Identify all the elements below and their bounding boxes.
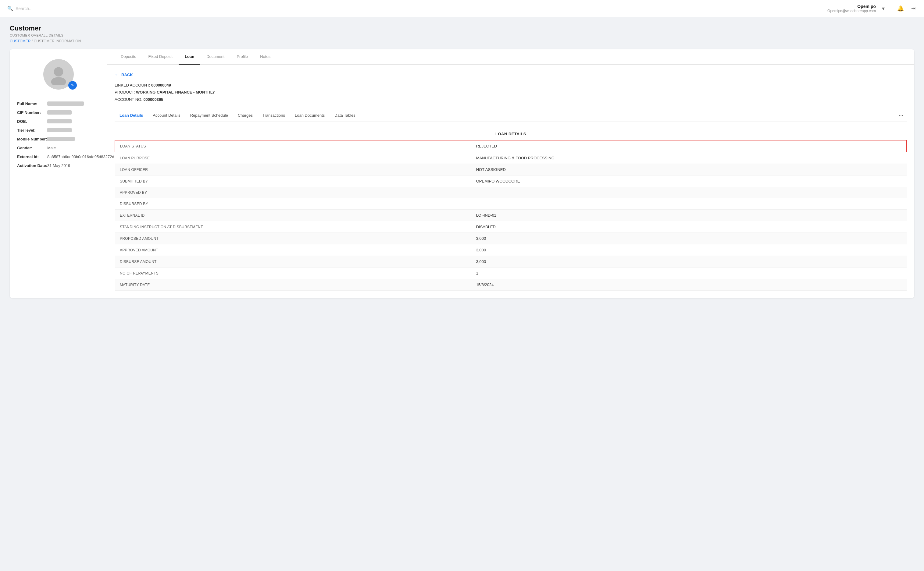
loan-row-value: 3,000 bbox=[471, 233, 907, 244]
loan-table-row: PROPOSED AMOUNT3,000 bbox=[115, 233, 907, 244]
user-dropdown-btn[interactable]: ▾ bbox=[881, 4, 886, 13]
navbar-divider bbox=[891, 4, 891, 13]
loan-row-key: APPROVED BY bbox=[115, 187, 471, 198]
account-no-line: ACCOUNT NO: 000000365 bbox=[114, 96, 907, 103]
linked-account-value: 000000049 bbox=[151, 83, 171, 88]
sub-tabs-more-btn[interactable]: ··· bbox=[895, 109, 907, 122]
notifications-btn[interactable]: 🔔 bbox=[896, 4, 905, 13]
tab-document[interactable]: Document bbox=[200, 49, 230, 65]
info-label: Gender: bbox=[17, 144, 47, 152]
loan-table-row: STANDING INSTRUCTION AT DISBURSEMENTDISA… bbox=[115, 221, 907, 233]
tab-deposits[interactable]: Deposits bbox=[114, 49, 142, 65]
loan-row-key: SUBMITTED BY bbox=[115, 176, 471, 187]
user-info: Opemipo Opemipo@woodcoreapp.com bbox=[827, 4, 876, 13]
info-row: Tier level: bbox=[17, 126, 116, 135]
info-label: CIF Number: bbox=[17, 108, 47, 117]
user-name: Opemipo bbox=[827, 4, 876, 9]
main-layout: ✎ Full Name: CIF Number: DOB: Tier level… bbox=[10, 49, 914, 298]
loan-table-row: LOAN PURPOSEMANUFACTURING & FOOD PROCESS… bbox=[115, 152, 907, 164]
loan-row-key: PROPOSED AMOUNT bbox=[115, 233, 471, 244]
loan-row-value: 15/8/2024 bbox=[471, 279, 907, 291]
customer-info-table: Full Name: CIF Number: DOB: Tier level: … bbox=[17, 99, 116, 170]
info-value bbox=[47, 126, 116, 135]
info-value bbox=[47, 117, 116, 126]
info-row: Activation Date:31 May 2019 bbox=[17, 161, 116, 170]
product-line: PRODUCT: WORKING CAPITAL FINANCE - MONTH… bbox=[114, 89, 907, 96]
loan-info: LINKED ACCOUNT: 000000049 PRODUCT: WORKI… bbox=[114, 82, 907, 103]
sub-tab-repayment-schedule[interactable]: Repayment Schedule bbox=[185, 110, 233, 121]
breadcrumb: CUSTOMER / CUSTOMER INFORMATION bbox=[10, 39, 914, 43]
page-content: Customer CUSTOMER OVERALL DETAILS CUSTOM… bbox=[0, 17, 924, 305]
sub-tab-charges[interactable]: Charges bbox=[233, 110, 258, 121]
content-area: ← BACK LINKED ACCOUNT: 000000049 PRODUCT… bbox=[107, 65, 914, 298]
right-panel: DepositsFixed DepositLoanDocumentProfile… bbox=[107, 49, 914, 298]
logout-icon: ⇥ bbox=[911, 6, 915, 11]
loan-row-key: LOAN OFFICER bbox=[115, 164, 471, 176]
loan-row-key: LOAN STATUS bbox=[115, 140, 471, 152]
loan-row-value bbox=[471, 198, 907, 210]
loan-row-value: DISABLED bbox=[471, 221, 907, 233]
info-row: CIF Number: bbox=[17, 108, 116, 117]
left-panel: ✎ Full Name: CIF Number: DOB: Tier level… bbox=[10, 49, 107, 298]
loan-row-value: OPEMIPO WOODCORE bbox=[471, 176, 907, 187]
back-arrow-icon: ← bbox=[114, 72, 119, 77]
loan-table-row: APPROVED BY bbox=[115, 187, 907, 198]
avatar-edit-btn[interactable]: ✎ bbox=[68, 81, 77, 90]
loan-row-key: EXTERNAL ID bbox=[115, 210, 471, 221]
page-title: Customer bbox=[10, 25, 914, 32]
tab-loan[interactable]: Loan bbox=[179, 49, 200, 65]
info-label: Mobile Number: bbox=[17, 135, 47, 144]
info-label: External Id: bbox=[17, 152, 47, 161]
breadcrumb-current: CUSTOMER INFORMATION bbox=[34, 39, 81, 43]
breadcrumb-home[interactable]: CUSTOMER bbox=[10, 39, 31, 43]
info-row: DOB: bbox=[17, 117, 116, 126]
loan-row-key: STANDING INSTRUCTION AT DISBURSEMENT bbox=[115, 221, 471, 233]
loan-row-key: APPROVED AMOUNT bbox=[115, 244, 471, 256]
search-placeholder: Search... bbox=[15, 6, 32, 11]
sub-tab-loan-documents[interactable]: Loan Documents bbox=[290, 110, 329, 121]
sub-tab-account-details[interactable]: Account Details bbox=[148, 110, 185, 121]
loan-details-table: LOAN STATUSREJECTEDLOAN PURPOSEMANUFACTU… bbox=[114, 140, 907, 291]
loan-table-row: SUBMITTED BYOPEMIPO WOODCORE bbox=[115, 176, 907, 187]
loan-table-row: MATURITY DATE15/8/2024 bbox=[115, 279, 907, 291]
logout-btn[interactable]: ⇥ bbox=[910, 4, 917, 13]
loan-table-row: DISBURSE AMOUNT3,000 bbox=[115, 256, 907, 267]
sub-tab-transactions[interactable]: Transactions bbox=[258, 110, 290, 121]
info-label: Full Name: bbox=[17, 99, 47, 108]
sub-tabs-bar: Loan DetailsAccount DetailsRepayment Sch… bbox=[114, 109, 907, 122]
bell-icon: 🔔 bbox=[897, 6, 904, 12]
tabs-bar: DepositsFixed DepositLoanDocumentProfile… bbox=[107, 49, 914, 65]
info-value: 8a8587bb6ae93b0c016afe95d83272d1 bbox=[47, 152, 116, 161]
loan-row-value: MANUFACTURING & FOOD PROCESSING bbox=[471, 152, 907, 164]
linked-account-label: LINKED ACCOUNT: bbox=[114, 83, 150, 88]
search-area[interactable]: 🔍 Search... bbox=[7, 6, 32, 11]
account-no-value: 000000365 bbox=[143, 97, 163, 102]
loan-table-row: DISBURSED BY bbox=[115, 198, 907, 210]
info-row: Full Name: bbox=[17, 99, 116, 108]
info-label: Activation Date: bbox=[17, 161, 47, 170]
loan-table-row: LOAN OFFICERNOT ASSIGNED bbox=[115, 164, 907, 176]
info-value: 31 May 2019 bbox=[47, 161, 116, 170]
sub-tab-loan-details[interactable]: Loan Details bbox=[114, 110, 148, 121]
info-value: Male bbox=[47, 144, 116, 152]
loan-row-value bbox=[471, 187, 907, 198]
tab-notes[interactable]: Notes bbox=[254, 49, 277, 65]
info-value bbox=[47, 135, 116, 144]
loan-row-key: LOAN PURPOSE bbox=[115, 152, 471, 164]
back-button[interactable]: ← BACK bbox=[114, 72, 133, 77]
tab-profile[interactable]: Profile bbox=[230, 49, 254, 65]
breadcrumb-separator: / bbox=[31, 39, 34, 43]
loan-row-value: 1 bbox=[471, 267, 907, 279]
product-value: WORKING CAPITAL FINANCE - MONTHLY bbox=[136, 90, 215, 94]
info-label: Tier level: bbox=[17, 126, 47, 135]
avatar-container: ✎ bbox=[17, 59, 100, 90]
loan-table-row: APPROVED AMOUNT3,000 bbox=[115, 244, 907, 256]
product-label: PRODUCT: bbox=[114, 90, 135, 94]
user-email: Opemipo@woodcoreapp.com bbox=[827, 9, 876, 13]
loan-row-key: MATURITY DATE bbox=[115, 279, 471, 291]
page-subtitle: CUSTOMER OVERALL DETAILS bbox=[10, 34, 914, 37]
account-no-label: ACCOUNT NO: bbox=[114, 97, 142, 102]
sub-tab-data-tables[interactable]: Data Tables bbox=[329, 110, 360, 121]
tab-fixed-deposit[interactable]: Fixed Deposit bbox=[142, 49, 179, 65]
linked-account-line: LINKED ACCOUNT: 000000049 bbox=[114, 82, 907, 89]
